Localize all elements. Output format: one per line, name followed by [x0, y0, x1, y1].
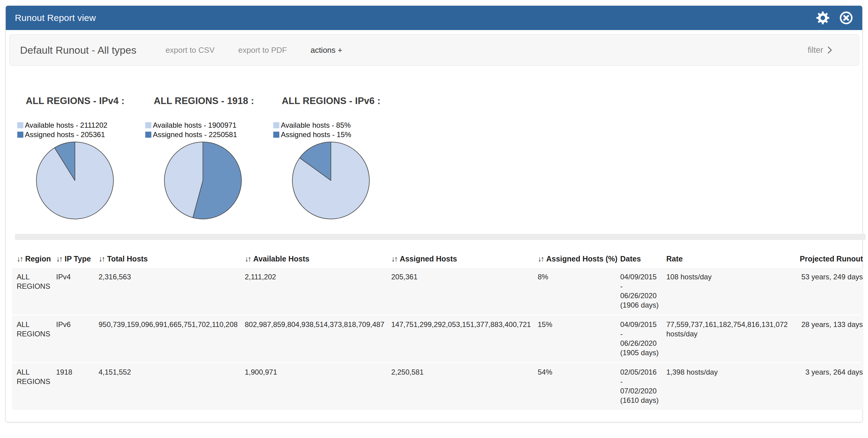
pie-chart-title: ALL REGIONS - IPv6 :: [282, 96, 404, 106]
cell-rate: 108 hosts/day: [666, 268, 800, 315]
cell-rate: 77,559,737,161,182,754,816,131,072 hosts…: [666, 315, 800, 362]
legend-swatch: [17, 132, 23, 138]
window-titlebar: Runout Report view: [6, 6, 862, 30]
column-header-ip-type[interactable]: ↓↑IP Type: [56, 253, 99, 267]
column-header-region[interactable]: ↓↑Region: [12, 253, 56, 267]
column-header-dates: Dates: [620, 253, 666, 267]
divider-strip: [15, 234, 866, 240]
legend-item: Available hosts - 85%: [273, 120, 404, 130]
legend-label: Assigned hosts - 2250581: [153, 130, 237, 139]
legend-item: Assigned hosts - 15%: [273, 130, 404, 139]
cell-assigned-hosts-pct: 15%: [538, 315, 620, 362]
cell-available-hosts: 1,900,971: [245, 363, 391, 410]
column-header-label: Dates: [620, 254, 641, 263]
cell-assigned-hosts-pct: 54%: [538, 363, 620, 410]
cell-assigned-hosts: 205,361: [391, 268, 538, 315]
cell-ip-type: IPv6: [56, 315, 99, 362]
table-row: ALL REGIONSIPv6950,739,159,096,991,665,7…: [12, 315, 863, 362]
column-header-label: Available Hosts: [253, 254, 309, 263]
cell-ip-type: 1918: [56, 363, 99, 410]
cell-total-hosts: 2,316,563: [99, 268, 245, 315]
legend-label: Assigned hosts - 205361: [25, 130, 105, 139]
report-toolbar: Default Runout - All types export to CSV…: [9, 34, 859, 66]
pie-legend: Available hosts - 1900971Assigned hosts …: [145, 120, 276, 139]
cell-available-hosts: 2,111,202: [245, 268, 391, 315]
sort-icon: ↓↑: [17, 254, 23, 263]
pie-chart-panel-3: ALL REGIONS - IPv6 :Available hosts - 85…: [273, 87, 404, 221]
column-header-available-hosts[interactable]: ↓↑Available Hosts: [245, 253, 391, 267]
report-title: Default Runout - All types: [20, 44, 136, 56]
pie-chart: [34, 140, 116, 221]
cell-rate: 1,398 hosts/day: [666, 363, 800, 410]
pie-chart-panel-1: ALL REGIONS - IPv4 :Available hosts - 21…: [17, 87, 148, 221]
cell-projected-runout: 28 years, 133 days: [800, 315, 863, 362]
page: Runout Report view: [0, 0, 868, 438]
cell-dates: 04/09/2015-06/26/2020(1905 days): [620, 315, 666, 362]
filter-button[interactable]: filter: [808, 45, 832, 55]
table-row: ALL REGIONS19184,151,5521,900,9712,250,5…: [12, 363, 863, 410]
pie-legend: Available hosts - 85%Assigned hosts - 15…: [273, 120, 404, 139]
sort-icon: ↓↑: [245, 254, 250, 263]
sort-icon: ↓↑: [99, 254, 104, 263]
export-to-pdf-button[interactable]: export to PDF: [238, 45, 287, 55]
column-header-label: Rate: [666, 254, 683, 263]
chevron-right-icon: [827, 46, 832, 54]
column-header-rate: Rate: [666, 253, 800, 267]
export-to-csv-button[interactable]: export to CSV: [165, 45, 215, 55]
column-header-label: Region: [25, 254, 51, 263]
column-header-label: Assigned Hosts: [400, 254, 457, 263]
sort-icon: ↓↑: [391, 254, 397, 263]
cell-region: ALL REGIONS: [12, 363, 56, 410]
cell-region: ALL REGIONS: [12, 315, 56, 362]
cell-region: ALL REGIONS: [12, 268, 56, 315]
legend-label: Available hosts - 2111202: [25, 121, 107, 129]
legend-swatch: [145, 132, 151, 138]
legend-swatch: [273, 122, 279, 128]
legend-item: Assigned hosts - 2250581: [145, 130, 276, 139]
column-header-label: Total Hosts: [107, 254, 148, 263]
legend-item: Available hosts - 1900971: [145, 120, 276, 130]
sort-icon: ↓↑: [56, 254, 62, 263]
pie-chart: [162, 140, 244, 221]
actions-button[interactable]: actions +: [311, 45, 342, 55]
window-title: Runout Report view: [15, 13, 96, 23]
cell-projected-runout: 53 years, 249 days: [800, 268, 863, 315]
cell-projected-runout: 3 years, 264 days: [800, 363, 863, 410]
legend-label: Available hosts - 1900971: [153, 121, 237, 129]
cell-ip-type: IPv4: [56, 268, 99, 315]
cell-assigned-hosts: 2,250,581: [391, 363, 538, 410]
legend-label: Available hosts - 85%: [281, 121, 350, 129]
column-header-total-hosts[interactable]: ↓↑Total Hosts: [99, 253, 245, 267]
column-header-label: Assigned Hosts (%): [546, 254, 618, 263]
legend-swatch: [273, 132, 279, 138]
filter-label: filter: [808, 45, 823, 55]
column-header-assigned-hosts-pct[interactable]: ↓↑Assigned Hosts (%): [538, 253, 620, 267]
legend-item: Assigned hosts - 205361: [17, 130, 148, 139]
cell-dates: 02/05/2016-07/02/2020(1610 days): [620, 363, 666, 410]
column-header-label: Projected Runout: [800, 254, 863, 263]
table-row: ALL REGIONSIPv42,316,5632,111,202205,361…: [12, 268, 863, 315]
pie-chart: [290, 140, 372, 221]
close-icon[interactable]: [839, 11, 853, 25]
pie-chart-title: ALL REGIONS - 1918 :: [154, 96, 276, 106]
pie-chart-title: ALL REGIONS - IPv4 :: [26, 96, 148, 106]
cell-assigned-hosts: 147,751,299,292,053,151,377,883,400,721: [391, 315, 538, 362]
table-header-row: ↓↑Region↓↑IP Type↓↑Total Hosts↓↑Availabl…: [12, 253, 863, 267]
column-header-projected-runout: Projected Runout: [800, 253, 863, 267]
pie-chart-panel-2: ALL REGIONS - 1918 :Available hosts - 19…: [145, 87, 276, 221]
cell-assigned-hosts-pct: 8%: [538, 268, 620, 315]
cell-total-hosts: 4,151,552: [99, 363, 245, 410]
legend-swatch: [17, 122, 23, 128]
legend-label: Assigned hosts - 15%: [281, 130, 351, 139]
sort-icon: ↓↑: [538, 254, 544, 263]
cell-available-hosts: 802,987,859,804,938,514,373,818,709,487: [245, 315, 391, 362]
column-header-label: IP Type: [65, 254, 91, 263]
cell-dates: 04/09/2015-06/26/2020(1906 days): [620, 268, 666, 315]
cell-total-hosts: 950,739,159,096,991,665,751,702,110,208: [99, 315, 245, 362]
settings-gear-icon[interactable]: [815, 11, 830, 25]
legend-swatch: [145, 122, 151, 128]
legend-item: Available hosts - 2111202: [17, 120, 148, 130]
column-header-assigned-hosts[interactable]: ↓↑Assigned Hosts: [391, 253, 538, 267]
runout-report-table: ↓↑Region↓↑IP Type↓↑Total Hosts↓↑Availabl…: [12, 252, 863, 411]
pie-legend: Available hosts - 2111202Assigned hosts …: [17, 120, 148, 139]
